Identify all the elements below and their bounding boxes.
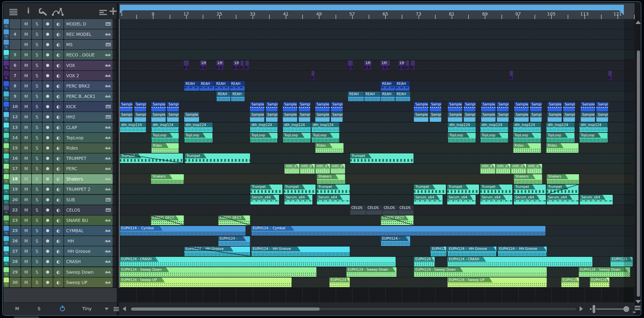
audio-clip[interactable]: mth_d bbox=[527, 164, 542, 174]
record-arm-button-toploop[interactable] bbox=[42, 133, 53, 143]
mute-button-hh2[interactable]: M bbox=[21, 112, 31, 122]
lane-model-d[interactable] bbox=[119, 19, 634, 29]
track-expand-strip[interactable] bbox=[113, 246, 116, 256]
audio-clip[interactable]: dth_insp124 bbox=[283, 122, 310, 132]
audio-clip[interactable]: CELOS bbox=[398, 205, 414, 215]
track-expand-strip[interactable] bbox=[113, 40, 116, 50]
audio-clip[interactable]: Shakers bbox=[514, 174, 542, 184]
record-arm-button-trumpet-2[interactable] bbox=[42, 184, 53, 194]
solo-button-crash[interactable]: S bbox=[32, 257, 42, 266]
audio-clip[interactable]: REAH bbox=[395, 81, 410, 91]
zoom-preset-icon[interactable] bbox=[634, 306, 640, 307]
monitor-button-snare-bu[interactable]: ◐ bbox=[53, 215, 64, 225]
track-expand-strip[interactable] bbox=[113, 143, 116, 153]
audio-clip[interactable] bbox=[246, 60, 249, 70]
lane-reco-ogue[interactable] bbox=[119, 50, 634, 60]
track-expand-strip[interactable] bbox=[113, 184, 116, 194]
audio-clip[interactable]: CELOS bbox=[382, 205, 398, 215]
lane-hh[interactable] bbox=[119, 236, 634, 246]
audio-clip[interactable]: ESRED_DFCT bbox=[381, 215, 414, 225]
audio-clip[interactable]: EUPH124 - HH Groove bbox=[498, 247, 547, 256]
audio-clip[interactable]: TopLoop bbox=[312, 133, 339, 142]
track-expand-strip[interactable] bbox=[113, 29, 116, 39]
lane-snare-bu[interactable] bbox=[119, 215, 634, 225]
solo-button-clap[interactable]: S bbox=[32, 122, 42, 132]
scroll-left-icon[interactable] bbox=[122, 306, 126, 311]
audio-clip[interactable]: Trumpet bbox=[250, 185, 282, 194]
audio-clip[interactable]: Sample bbox=[134, 102, 146, 111]
monitor-button-perc-brk2[interactable]: ◐ bbox=[53, 81, 64, 91]
monitor-button-perc[interactable]: ◐ bbox=[53, 164, 64, 174]
audio-clip[interactable]: mth_d bbox=[496, 164, 511, 174]
audio-clip[interactable]: Sample bbox=[530, 112, 542, 122]
audio-clip[interactable]: TopLoop bbox=[152, 133, 179, 142]
global-solo-button[interactable]: S bbox=[38, 306, 40, 311]
record-arm-button-hh[interactable] bbox=[42, 236, 53, 246]
audio-clip[interactable]: Sample bbox=[481, 102, 496, 111]
record-arm-button-shakers[interactable] bbox=[42, 174, 53, 184]
record-arm-button-perc-brk2[interactable] bbox=[42, 81, 53, 91]
track-expand-strip[interactable] bbox=[113, 195, 116, 205]
audio-clip[interactable]: REAH bbox=[231, 92, 245, 101]
audio-clip[interactable] bbox=[184, 60, 189, 70]
mute-button-shakers[interactable]: M bbox=[21, 174, 31, 184]
audio-clip[interactable]: Trumpet bbox=[185, 153, 250, 163]
mute-button-ms[interactable]: M bbox=[21, 40, 31, 50]
audio-clip[interactable]: Serum_x64 bbox=[547, 195, 579, 205]
mute-button-hh[interactable]: M bbox=[21, 236, 31, 246]
track-name-hh[interactable]: HH bbox=[64, 236, 113, 246]
mute-button-reco-ogue[interactable]: M bbox=[21, 50, 31, 60]
track-name-cymbal[interactable]: CYMBAL bbox=[64, 226, 113, 236]
solo-button-toploop[interactable]: S bbox=[32, 133, 42, 143]
solo-button-trumpet-2[interactable]: S bbox=[32, 184, 42, 194]
track-expand-strip[interactable] bbox=[113, 91, 116, 101]
audio-clip[interactable]: Sample bbox=[184, 112, 199, 122]
audio-clip[interactable]: dth_insp124 bbox=[184, 122, 212, 132]
audio-clip[interactable]: Shakers bbox=[317, 174, 345, 184]
mute-button-trumpet[interactable]: M bbox=[21, 153, 31, 163]
audio-clip[interactable]: EUPH124 - CRASH bbox=[448, 257, 592, 266]
track-name-shakers[interactable]: Shakers bbox=[64, 174, 113, 184]
audio-clip[interactable] bbox=[240, 60, 244, 70]
mute-button-perc-b-ack1[interactable]: M bbox=[21, 91, 31, 101]
record-arm-button-vox[interactable] bbox=[42, 60, 53, 70]
audio-clip[interactable]: Trumpet bbox=[480, 185, 512, 194]
track-expand-strip[interactable] bbox=[113, 19, 116, 29]
audio-clip[interactable]: LH bbox=[200, 60, 206, 70]
audio-clip[interactable]: EUPH124 - Sweep UP bbox=[561, 277, 579, 287]
audio-clip[interactable]: Rides bbox=[315, 143, 344, 153]
audio-clip[interactable]: Sample bbox=[581, 102, 595, 111]
record-arm-button-rec-model[interactable] bbox=[42, 29, 53, 39]
audio-clip[interactable]: Sample bbox=[266, 112, 278, 122]
track-name-toploop[interactable]: TopLoop bbox=[64, 133, 113, 143]
audio-clip[interactable]: TopLoop bbox=[546, 133, 574, 142]
audio-clip[interactable]: REAH bbox=[381, 92, 395, 101]
audio-clip[interactable]: Sample bbox=[134, 112, 146, 122]
track-name-celos[interactable]: CELOS bbox=[64, 205, 113, 215]
audio-clip[interactable]: Sample bbox=[548, 102, 562, 111]
solo-button-hh-groove[interactable]: S bbox=[32, 246, 42, 256]
audio-clip[interactable]: Sample bbox=[315, 102, 330, 111]
monitor-button-perc-b-ack1[interactable]: ◐ bbox=[53, 91, 64, 101]
monitor-button-ms[interactable]: ◐ bbox=[53, 40, 64, 50]
audio-clip[interactable]: Sample bbox=[266, 102, 278, 111]
monitor-button-trumpet-2[interactable]: ◐ bbox=[53, 184, 64, 194]
mute-button-perc-brk2[interactable]: M bbox=[21, 81, 31, 91]
audio-clip[interactable]: TopLoop bbox=[480, 133, 508, 142]
audio-clip[interactable]: Sample bbox=[464, 112, 476, 122]
track-expand-strip[interactable] bbox=[113, 153, 116, 163]
audio-clip[interactable]: LH bbox=[399, 60, 404, 70]
audio-clip[interactable] bbox=[510, 71, 513, 80]
audio-clip[interactable]: Sample bbox=[331, 102, 342, 111]
track-expand-strip[interactable] bbox=[113, 71, 116, 81]
audio-clip[interactable]: Sample bbox=[430, 112, 442, 122]
track-name-perc-brk2[interactable]: PERC BRK2 bbox=[64, 81, 113, 91]
solo-button-perc-brk2[interactable]: S bbox=[32, 81, 42, 91]
record-arm-button-vox-2[interactable] bbox=[42, 71, 53, 81]
track-name-crash[interactable]: CRASH bbox=[64, 257, 113, 266]
audio-clip[interactable]: EUPH124 - CRASH bbox=[414, 257, 435, 266]
lane-vox-2[interactable] bbox=[119, 71, 634, 81]
audio-clip[interactable]: dth_insp124 bbox=[546, 122, 574, 132]
audio-clip[interactable]: Sample bbox=[514, 102, 528, 111]
track-expand-strip[interactable] bbox=[113, 112, 116, 122]
